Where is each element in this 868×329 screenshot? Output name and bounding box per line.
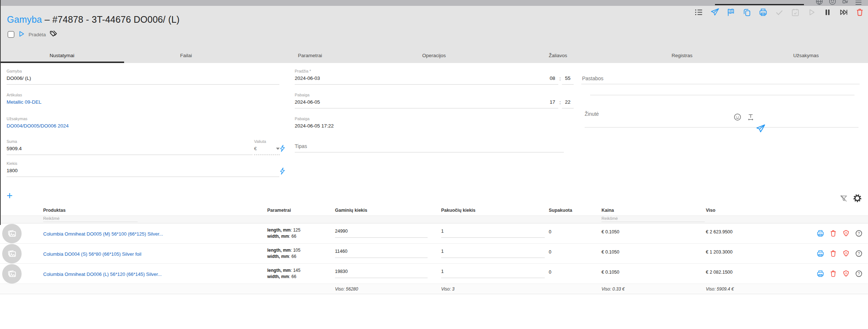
zinute-input[interactable]	[585, 120, 858, 127]
supakuota-value: 0	[549, 229, 551, 234]
product-image-icon[interactable]	[2, 224, 22, 243]
pradzia-hours-input[interactable]: 08	[547, 75, 558, 85]
help-icon[interactable]: ?	[855, 229, 863, 237]
tab-registras[interactable]: Registras	[620, 48, 744, 63]
delete-icon[interactable]	[829, 249, 837, 258]
table-filter-row: Reikšmė Reikšmė	[0, 215, 868, 223]
total-viso: Viso: 5909.4 €	[706, 287, 734, 292]
product-link[interactable]: Columbia DO004 (S) 56*80 (66*105) Silver…	[43, 251, 141, 257]
add-product-button[interactable]: +	[7, 191, 12, 201]
kiekis-input[interactable]: 1800	[7, 168, 279, 173]
warning-shield-icon[interactable]	[842, 249, 850, 258]
filter-off-icon[interactable]	[839, 194, 848, 203]
table-totals-row: Viso: 56280 Viso: 3 Viso: 0.33 € Viso: 5…	[0, 284, 868, 294]
pabaiga-minutes-input[interactable]: 22	[562, 99, 574, 108]
tab-operacijos[interactable]: Operacijos	[372, 48, 496, 63]
tab-parametrai[interactable]: Parametrai	[248, 48, 372, 63]
uzsakymas-label: Užsakymas	[7, 117, 279, 121]
pabaiga-date-input[interactable]: 2024-06-05	[295, 99, 547, 108]
tags-icon[interactable]	[49, 29, 58, 40]
pradzia-minutes-input[interactable]: 55	[562, 75, 574, 85]
gamyba-link[interactable]: Gamyba	[7, 14, 42, 25]
product-params: length, mm125 width, mm66	[267, 227, 301, 240]
pradzia-field: Pradžia * 2024-06-03 08 : 55	[295, 69, 575, 85]
auto-calc-suma-icon[interactable]	[279, 144, 287, 152]
send-message-icon[interactable]	[756, 124, 765, 134]
gaminiu-kiekis-input[interactable]: 19830	[335, 269, 428, 278]
check-icon[interactable]	[775, 8, 784, 17]
valiuta-value[interactable]: €	[254, 146, 257, 151]
calendar-check-icon[interactable]	[791, 8, 800, 17]
total-kaina: Viso: 0.33 €	[601, 287, 625, 292]
valiuta-label: Valiuta	[254, 139, 280, 144]
gear-icon[interactable]	[853, 193, 862, 203]
print-icon[interactable]	[816, 270, 824, 278]
product-link[interactable]: Columbia Omniheat DO005 (M) 56*100 (66*1…	[43, 231, 163, 237]
list-icon[interactable]	[694, 8, 703, 17]
status-checkbox[interactable]	[8, 31, 14, 38]
uzsakymas-link[interactable]: DO004/DO005/DO006 2024	[7, 123, 279, 129]
globe-icon[interactable]	[815, 0, 823, 5]
page-header: Gamyba – #74878 - 3T-44676 DO006/ (L) Pr…	[0, 6, 868, 63]
tab-failai[interactable]: Failai	[124, 48, 248, 63]
pakuociu-kiekis-input[interactable]: 1	[441, 249, 545, 258]
pabaiga-hours-input[interactable]: 17	[547, 99, 558, 108]
param-label: length, mm	[267, 248, 293, 253]
tab-zaliavos[interactable]: Žaliavos	[496, 48, 620, 63]
pakuociu-kiekis-input[interactable]: 1	[441, 269, 545, 278]
table-header: Produktas Parametrai Gaminių kiekis Paku…	[0, 207, 868, 215]
smiley-topbar-icon[interactable]	[828, 0, 837, 5]
help-icon[interactable]: ?	[855, 249, 863, 258]
warning-shield-icon[interactable]	[842, 270, 850, 278]
copy-icon[interactable]	[742, 8, 752, 17]
auto-calc-kiekis-icon[interactable]	[279, 167, 287, 175]
product-image-icon[interactable]	[2, 264, 22, 284]
table-row: Columbia Omniheat DO005 (M) 56*100 (66*1…	[0, 223, 868, 244]
send-icon[interactable]	[710, 8, 719, 17]
tipas-field[interactable]: Tipas	[295, 143, 564, 152]
warning-shield-icon[interactable]	[842, 229, 850, 237]
pastabos-input[interactable]	[581, 77, 860, 84]
tab-uzsakymas[interactable]: Užsakymas	[744, 48, 868, 63]
print-icon[interactable]	[759, 8, 768, 17]
product-link[interactable]: Columbia Omniheat DO006 (L) 56*120 (66*1…	[43, 271, 162, 277]
supakuota-value: 0	[549, 270, 551, 275]
kaina-value: € 0.1050	[601, 249, 619, 255]
param-label: width, mm	[267, 234, 291, 239]
col-gaminiu-kiekis: Gaminių kiekis	[335, 208, 367, 213]
pastabos-input-line2[interactable]	[590, 88, 854, 95]
valiuta-field[interactable]: Valiuta €	[254, 139, 280, 155]
gaminiu-kiekis-input[interactable]: 24990	[335, 229, 428, 238]
gamyba-input[interactable]: DO006/ (L)	[7, 75, 279, 81]
pakuociu-kiekis-input[interactable]: 1	[441, 229, 545, 238]
artikulas-link[interactable]: Metallic 09-DEL	[7, 99, 279, 105]
tab-nustatymai[interactable]: Nustatymai	[0, 48, 124, 63]
filter-kaina-input[interactable]: Reikšmė	[601, 216, 705, 222]
print-icon[interactable]	[816, 229, 824, 237]
col-produktas: Produktas	[43, 208, 66, 213]
gaminiu-kiekis-input[interactable]: 11460	[335, 249, 428, 258]
param-value: 105	[293, 248, 301, 253]
filter-produktas-input[interactable]: Reikšmė	[43, 216, 138, 222]
delete-icon[interactable]	[829, 270, 837, 278]
menu-icon[interactable]	[854, 0, 863, 6]
product-image-icon[interactable]	[2, 244, 22, 263]
print-icon[interactable]	[816, 249, 824, 258]
pause-icon[interactable]	[823, 8, 832, 17]
delete-icon[interactable]	[855, 8, 864, 17]
gamyba-label: Gamyba	[7, 69, 279, 73]
uzsakymas-field: Užsakymas DO004/DO005/DO006 2024	[7, 117, 279, 129]
skip-forward-icon[interactable]	[839, 8, 848, 17]
delete-icon[interactable]	[829, 229, 837, 237]
flag-icon[interactable]	[726, 8, 735, 17]
suma-input[interactable]: 5909.4	[7, 146, 253, 151]
play-icon[interactable]	[807, 8, 816, 17]
supakuota-value: 0	[549, 249, 551, 255]
pradzia-date-input[interactable]: 2024-06-03	[295, 75, 547, 85]
product-params: length, mm105 width, mm66	[267, 247, 301, 260]
svg-text:?: ?	[858, 271, 860, 276]
col-supakuota: Supakuota	[549, 208, 572, 213]
help-icon[interactable]: ?	[855, 270, 863, 278]
translate-icon[interactable]	[842, 0, 849, 5]
start-play-icon[interactable]	[18, 30, 25, 39]
